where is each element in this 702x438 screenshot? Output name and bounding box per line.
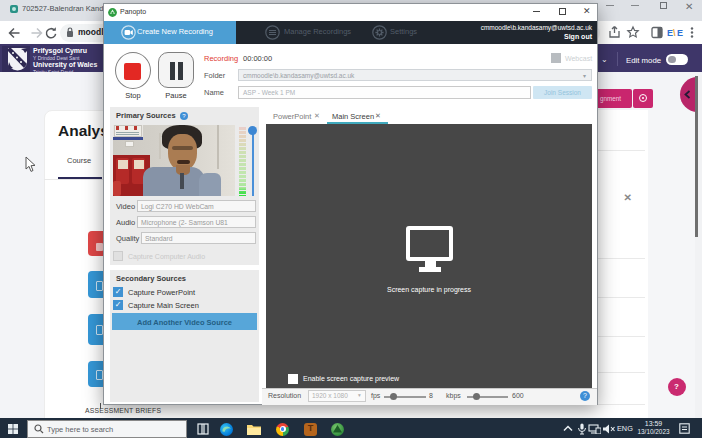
svg-text:\: \ bbox=[673, 28, 676, 38]
svg-text:E: E bbox=[677, 28, 683, 38]
